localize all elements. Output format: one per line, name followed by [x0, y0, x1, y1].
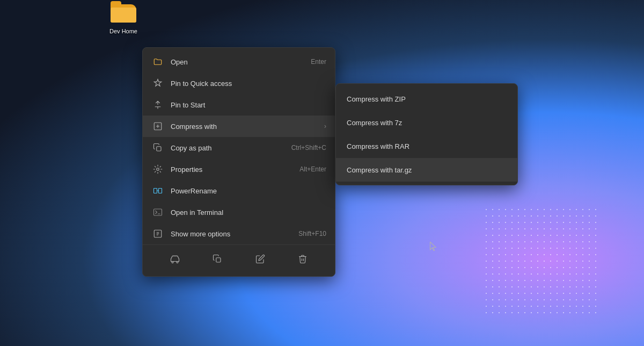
menu-bottom-actions [143, 244, 335, 273]
menu-item-pin-quick[interactable]: Pin to Quick access [143, 73, 335, 94]
svg-rect-6 [154, 209, 162, 215]
menu-item-terminal-label: Open in Terminal [171, 208, 326, 217]
svg-rect-2 [157, 147, 161, 151]
rename-button[interactable] [251, 249, 270, 269]
menu-item-powerrename-label: PowerRename [171, 187, 326, 195]
menu-item-properties[interactable]: Properties Alt+Enter [143, 158, 335, 180]
desktop-icon-dev-home[interactable]: Dev Home [102, 4, 145, 34]
menu-item-powerrename[interactable]: PowerRename [143, 180, 335, 201]
compress-icon [151, 120, 164, 133]
menu-item-pin-start[interactable]: Pin to Start [143, 94, 335, 116]
delete-button[interactable] [293, 249, 312, 269]
pin-start-icon [151, 98, 164, 111]
submenu-item-7z[interactable]: Compress with 7z [336, 111, 517, 134]
menu-item-properties-shortcut: Alt+Enter [299, 165, 326, 173]
cut-button[interactable] [165, 249, 185, 269]
menu-item-compress[interactable]: Compress with › [143, 116, 335, 137]
menu-item-compress-label: Compress with [171, 122, 322, 131]
menu-item-more-shortcut: Shift+F10 [298, 230, 326, 237]
pin-quick-icon [151, 77, 164, 90]
menu-item-pin-start-label: Pin to Start [171, 101, 326, 109]
copy-path-icon [151, 141, 164, 154]
menu-item-properties-label: Properties [171, 165, 293, 174]
svg-point-3 [157, 168, 159, 171]
desktop-icon-label: Dev Home [109, 28, 137, 34]
menu-item-pin-quick-label: Pin to Quick access [171, 80, 326, 88]
submenu-item-rar-label: Compress with RAR [347, 142, 409, 150]
submenu-item-zip-label: Compress with ZIP [347, 95, 406, 103]
svg-rect-4 [154, 189, 157, 193]
menu-item-open[interactable]: Open Enter [143, 51, 335, 73]
properties-icon [151, 163, 164, 176]
menu-item-copy-path-shortcut: Ctrl+Shift+C [291, 144, 326, 152]
svg-rect-10 [216, 258, 221, 262]
menu-item-copy-path[interactable]: Copy as path Ctrl+Shift+C [143, 137, 335, 158]
submenu-item-targz-label: Compress with tar.gz [347, 166, 412, 174]
menu-item-more-options[interactable]: Show more options Shift+F10 [143, 223, 335, 244]
menu-item-open-label: Open [171, 58, 304, 66]
terminal-icon [151, 206, 164, 219]
menu-item-more-label: Show more options [171, 230, 292, 238]
submenu-item-7z-label: Compress with 7z [347, 119, 402, 127]
compress-submenu-arrow: › [324, 122, 326, 130]
submenu-item-zip[interactable]: Compress with ZIP [336, 87, 517, 111]
powerrename-icon [151, 184, 164, 197]
menu-item-open-shortcut: Enter [311, 58, 326, 66]
compress-submenu: Compress with ZIP Compress with 7z Compr… [335, 83, 518, 185]
dots-decoration [483, 206, 601, 314]
menu-item-terminal[interactable]: Open in Terminal [143, 201, 335, 223]
submenu-item-targz[interactable]: Compress with tar.gz [336, 158, 517, 182]
svg-rect-5 [159, 189, 162, 193]
submenu-item-rar[interactable]: Compress with RAR [336, 134, 517, 158]
folder-icon [151, 55, 164, 68]
menu-item-copy-path-label: Copy as path [171, 144, 285, 152]
copy-button[interactable] [208, 249, 227, 269]
more-options-icon [151, 227, 164, 240]
folder-icon [111, 4, 136, 26]
context-menu: Open Enter Pin to Quick access Pin to St… [142, 47, 335, 277]
